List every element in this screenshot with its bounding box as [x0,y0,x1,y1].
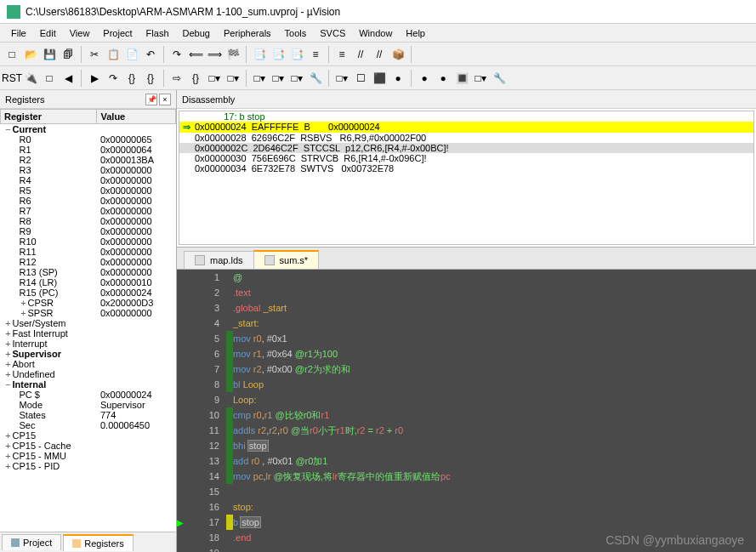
register-row[interactable]: +SPSR0x00000000 [1,308,176,318]
register-row[interactable]: +Interrupt [1,339,176,349]
code-line[interactable]: addls r2,r2,r0 @当r0小于r1时,r2 = r2 + r0 [233,423,756,438]
toolbar-button[interactable]: □▾ [472,70,489,87]
menu-peripherals[interactable]: Peripherals [218,26,277,40]
code-line[interactable]: Loop: [233,392,756,407]
code-line[interactable]: bhi stop [233,438,756,453]
code-content[interactable]: @.text.global _start_start: mov r0, #0x1… [233,270,756,552]
menu-tools[interactable]: Tools [279,26,313,40]
editor-tab[interactable]: sum.s* [253,250,320,269]
toolbar-button[interactable]: ⇨ [168,70,185,87]
register-row[interactable]: R100x00000000 [1,236,176,247]
code-line[interactable] [233,484,756,499]
menu-flash[interactable]: Flash [140,26,175,40]
register-row[interactable]: +Supervisor [1,349,176,359]
code-line[interactable]: b stop [233,515,756,530]
register-row[interactable]: +Fast Interrupt [1,328,176,339]
toolbar-button[interactable]: ⟹ [206,46,223,63]
toolbar-button[interactable]: RST [3,70,20,87]
toolbar-button[interactable]: // [352,46,369,63]
register-row[interactable]: R110x00000000 [1,247,176,257]
code-line[interactable]: mov r2, #0x00 @r2为求的和 [233,361,756,377]
code-line[interactable]: .global _start [233,300,756,316]
menu-view[interactable]: View [64,26,96,40]
register-row[interactable]: +User/System [1,318,176,328]
register-row[interactable]: R80x00000000 [1,216,176,226]
toolbar-button[interactable]: ✂ [86,46,103,63]
register-row[interactable]: R70x00000000 [1,206,176,216]
toolbar-button[interactable]: 💾 [41,46,58,63]
toolbar-button[interactable]: □▾ [270,70,287,87]
code-line[interactable]: _start: [233,316,756,331]
register-row[interactable]: +Abort [1,359,176,369]
toolbar-button[interactable]: ↷ [105,70,122,87]
toolbar-button[interactable]: ⟸ [187,46,204,63]
toolbar-button[interactable]: 🔧 [491,70,508,87]
editor-tab[interactable]: map.lds [184,251,254,269]
toolbar-button[interactable]: 🔳 [453,70,470,87]
register-row[interactable]: R13 (SP)0x00000000 [1,267,176,277]
menu-help[interactable]: Help [400,26,431,40]
code-line[interactable]: mov pc,lr @恢复现场,将lr寄存器中的值重新赋值给pc [233,469,756,484]
pin-icon[interactable]: 📌 [145,94,157,105]
code-line[interactable]: mov r0, #0x1 [233,331,756,346]
register-row[interactable]: R10x00000064 [1,145,176,155]
code-line[interactable]: @ [233,270,756,285]
toolbar-button[interactable]: □▾ [206,70,223,87]
bottom-tab-project[interactable]: Project [2,534,61,550]
register-row[interactable]: +CP15 [1,430,176,441]
disasm-row[interactable]: 0x00000030 756E696C STRVCB R6,[R14,#-0x0… [179,153,753,163]
menu-project[interactable]: Project [97,26,138,40]
code-line[interactable]: stop: [233,499,756,515]
toolbar-button[interactable]: 📑 [270,46,287,63]
menu-window[interactable]: Window [353,26,398,40]
toolbar-button[interactable]: 📑 [288,46,305,63]
toolbar-button[interactable]: {} [187,70,204,87]
toolbar-button[interactable]: ≡ [333,46,350,63]
toolbar-button[interactable]: 📄 [123,46,140,63]
toolbar-button[interactable]: {} [123,70,140,87]
register-row[interactable]: R50x00000000 [1,185,176,196]
disasm-row[interactable]: ⇒0x00000024 EAFFFFFE B 0x00000024 [179,122,753,133]
menu-debug[interactable]: Debug [177,26,216,40]
menu-file[interactable]: File [5,26,32,40]
toolbar-button[interactable]: ◀ [60,70,77,87]
register-row[interactable]: ModeSupervisor [1,400,176,410]
toolbar-button[interactable]: ● [389,70,406,87]
register-row[interactable]: +Undefined [1,369,176,379]
toolbar-button[interactable]: ● [435,70,452,87]
register-row[interactable]: +CP15 - Cache [1,441,176,451]
bottom-tab-registers[interactable]: Registers [63,534,133,551]
toolbar-button[interactable]: 📦 [389,46,406,63]
code-line[interactable]: cmp r0,r1 @比较r0和r1 [233,407,756,423]
register-row[interactable]: R00x00000065 [1,134,176,145]
toolbar-button[interactable]: □▾ [333,70,350,87]
register-row[interactable]: +CP15 - PID [1,461,176,471]
register-row[interactable]: PC $0x00000024 [1,390,176,400]
menu-svcs[interactable]: SVCS [314,26,351,40]
code-line[interactable]: add r0 , #0x01 @r0加1 [233,453,756,469]
toolbar-button[interactable]: □▾ [288,70,305,87]
toolbar-button[interactable]: 🔧 [307,70,324,87]
toolbar-button[interactable]: // [371,46,388,63]
toolbar-button[interactable]: ≡ [307,46,324,63]
menu-edit[interactable]: Edit [34,26,62,40]
register-row[interactable]: R20x000013BA [1,155,176,165]
toolbar-button[interactable]: ☐ [352,70,369,87]
register-row[interactable]: R90x00000000 [1,226,176,236]
toolbar-button[interactable]: □ [41,70,58,87]
code-line[interactable]: mov r1, #0x64 @r1为100 [233,346,756,361]
toolbar-button[interactable]: 🗐 [60,46,77,63]
toolbar-button[interactable]: 📑 [251,46,268,63]
register-row[interactable]: −Current [1,124,176,135]
toolbar-button[interactable]: □ [3,46,20,63]
register-row[interactable]: R40x00000000 [1,175,176,185]
toolbar-button[interactable]: □▾ [251,70,268,87]
code-line[interactable]: .text [233,285,756,300]
register-row[interactable]: R30x00000000 [1,165,176,175]
register-row[interactable]: R120x00000000 [1,257,176,267]
register-row[interactable]: −Internal [1,379,176,390]
register-row[interactable]: R14 (LR)0x00000010 [1,277,176,287]
register-row[interactable]: States774 [1,410,176,420]
disasm-row[interactable]: 0x0000002C 2D646C2F STCCSL p12,CR6,[R4,#… [179,143,753,153]
close-icon[interactable]: × [159,94,171,105]
